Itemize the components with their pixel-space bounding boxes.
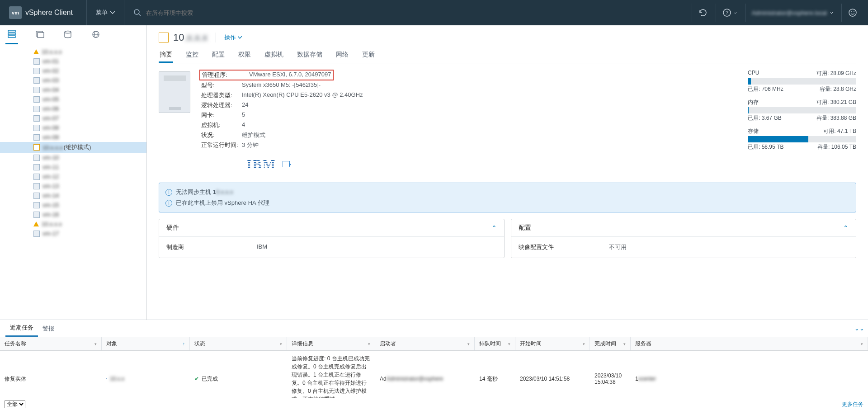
vm-icon	[33, 202, 40, 208]
smiley-icon	[848, 8, 857, 17]
state-value: 维护模式	[242, 131, 265, 139]
tree-item[interactable]: vm-06	[0, 104, 146, 113]
hypervisor-label: 管理程序:	[202, 71, 243, 79]
logical-cpu-label: 逻辑处理器:	[201, 101, 242, 109]
tree-item[interactable]: vm-15	[0, 200, 146, 210]
inventory-tree[interactable]: 10.x.x.xvm-01vm-02vm-03vm-04vm-05vm-06vm…	[0, 45, 146, 320]
chevron-down-icon	[733, 12, 737, 14]
vm-icon	[33, 87, 40, 93]
svg-point-6	[854, 11, 854, 12]
tree-item[interactable]: vm-02	[0, 66, 146, 75]
tree-label: vm-01	[42, 58, 59, 65]
tree-item[interactable]: vm-16	[0, 210, 146, 219]
vm-icon	[33, 106, 40, 112]
tree-label: vm-17	[42, 230, 59, 237]
tree-item[interactable]: vm-11	[0, 162, 146, 172]
tree-item[interactable]: 10.x.x.x (维护模式)	[0, 142, 146, 153]
tree-label: vm-10	[42, 154, 59, 161]
refresh-button[interactable]	[692, 4, 714, 22]
cpu-type-label: 处理器类型:	[201, 91, 242, 99]
svg-point-4	[849, 9, 856, 16]
tab-摘要[interactable]: 摘要	[159, 48, 173, 63]
tree-label: vm-02	[42, 67, 59, 74]
tree-item[interactable]: vm-09	[0, 132, 146, 142]
help-button[interactable]: ?	[716, 4, 743, 22]
mem-used-label: 已用:	[748, 115, 760, 121]
tree-item[interactable]: vm-05	[0, 94, 146, 104]
tree-label: vm-05	[42, 96, 59, 103]
host-maintenance-icon	[33, 144, 40, 151]
vm-count-label: 虚拟机:	[201, 121, 242, 129]
tab-更新[interactable]: 更新	[361, 48, 376, 63]
tree-label: vm-13	[42, 183, 59, 189]
storage-cap-label: 容量:	[817, 144, 830, 150]
tab-hosts-clusters[interactable]	[5, 26, 18, 44]
menu-label: 菜单	[96, 9, 108, 17]
vm-icon	[33, 77, 40, 84]
hosts-icon	[7, 30, 16, 38]
svg-point-12	[65, 31, 71, 33]
network-icon	[91, 30, 100, 38]
page-header: 10.x.x.x 操作	[159, 32, 856, 43]
tab-权限[interactable]: 权限	[237, 48, 252, 63]
tree-item[interactable]: vm-03	[0, 75, 146, 85]
tab-监控[interactable]: 监控	[185, 48, 199, 63]
tree-label: 10.x.x.x	[42, 48, 62, 55]
nic-label: 网卡:	[201, 111, 242, 119]
manufacturer-label: 制造商	[166, 243, 257, 251]
storage-used-label: 已用:	[748, 144, 760, 150]
tree-item[interactable]: 10.x.x.x	[0, 47, 146, 57]
cpu-title: CPU	[748, 70, 759, 77]
alert1-blur: 0.x.x.x	[216, 189, 233, 195]
tree-label: vm-16	[42, 211, 59, 218]
mem-free-label: 可用:	[816, 99, 829, 105]
panel-hardware: 硬件⌃ 制造商IBM	[159, 219, 505, 258]
top-actions: ? Administrator@vsphere.local	[692, 4, 863, 22]
tree-label: vm-06	[42, 105, 59, 112]
tree-item[interactable]: vm-17	[0, 229, 146, 238]
vm-icon	[33, 155, 40, 161]
collapse-icon[interactable]: ⌃	[491, 224, 497, 231]
divider	[216, 33, 216, 42]
tree-item[interactable]: vm-10	[0, 153, 146, 162]
tab-网络[interactable]: 网络	[335, 48, 349, 63]
config-title: 配置	[519, 224, 531, 232]
storage-free-label: 可用:	[823, 128, 835, 134]
tab-配置[interactable]: 配置	[211, 48, 226, 63]
user-menu[interactable]: Administrator@vsphere.local	[745, 4, 840, 22]
search-box[interactable]	[133, 9, 692, 17]
tree-item[interactable]: vm-13	[0, 181, 146, 191]
tree-label: vm-11	[42, 164, 59, 170]
tree-item[interactable]: 10.x.x.x	[0, 219, 146, 229]
vm-icon	[33, 58, 40, 65]
tab-storage[interactable]	[61, 27, 74, 43]
vms-icon	[35, 30, 44, 38]
search-input[interactable]	[146, 9, 282, 16]
tree-item[interactable]: vm-08	[0, 123, 146, 132]
tree-item[interactable]: vm-14	[0, 191, 146, 200]
tab-networking[interactable]	[90, 27, 102, 43]
mem-cap-label: 容量:	[816, 115, 829, 121]
svg-line-1	[139, 14, 141, 16]
smiley-button[interactable]	[841, 4, 863, 22]
tree-item[interactable]: vm-12	[0, 172, 146, 181]
svg-rect-9	[8, 36, 15, 38]
actions-label: 操作	[224, 33, 236, 42]
tree-item[interactable]: vm-01	[0, 57, 146, 66]
panels: 硬件⌃ 制造商IBM 配置⌃ 映像配置文件不可用	[159, 219, 856, 258]
menu-button[interactable]: 菜单	[86, 0, 124, 25]
export-icon[interactable]	[283, 161, 290, 167]
mem-free: 380.21 GB	[830, 99, 856, 105]
actions-menu[interactable]: 操作	[224, 33, 242, 42]
tree-item[interactable]: vm-07	[0, 113, 146, 123]
collapse-icon[interactable]: ⌃	[843, 224, 849, 231]
cpu-free-label: 可用:	[816, 70, 829, 76]
chevron-down-icon	[238, 36, 242, 39]
tree-item[interactable]: vm-04	[0, 85, 146, 94]
tab-vms-templates[interactable]	[33, 27, 46, 43]
warning-icon	[33, 49, 39, 54]
vm-icon	[33, 174, 40, 180]
tab-数据存储[interactable]: 数据存储	[296, 48, 323, 63]
tab-虚拟机[interactable]: 虚拟机	[264, 48, 284, 63]
vm-icon	[33, 68, 40, 74]
